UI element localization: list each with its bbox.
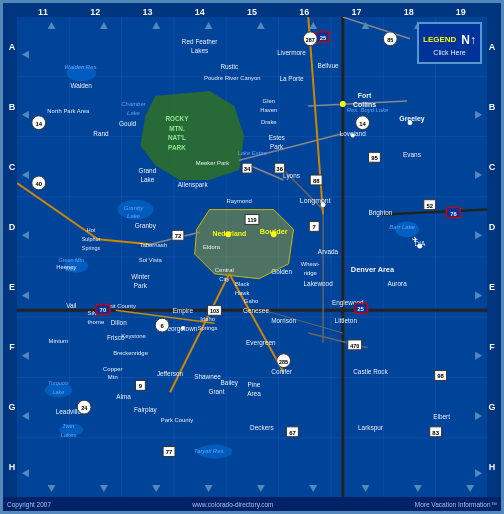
svg-text:Arvada: Arvada [318, 248, 339, 255]
svg-text:Deckers: Deckers [250, 424, 273, 431]
copyright-text: Copyright 2007 [7, 501, 51, 508]
svg-text:Grand: Grand [138, 167, 156, 174]
svg-text:Lakes: Lakes [191, 47, 208, 54]
website-text: www.colorado-directory.com [192, 501, 273, 508]
svg-text:83: 83 [432, 430, 439, 436]
svg-text:Park County: Park County [161, 417, 194, 423]
svg-text:Idaho: Idaho [200, 316, 215, 322]
svg-text:67: 67 [289, 430, 296, 436]
svg-text:Lake: Lake [127, 213, 141, 219]
svg-text:Raymond: Raymond [227, 198, 252, 204]
svg-text:36: 36 [276, 166, 283, 172]
svg-text:Springs: Springs [82, 245, 101, 251]
svg-point-211 [351, 134, 355, 138]
svg-text:Sulphur: Sulphur [82, 236, 101, 242]
svg-text:Mtn: Mtn [108, 374, 118, 380]
svg-text:Longmont: Longmont [300, 197, 331, 205]
svg-text:thorne: thorne [88, 319, 105, 325]
svg-text:Castle Rock: Castle Rock [353, 369, 388, 376]
svg-text:Morrison: Morrison [271, 317, 296, 324]
svg-text:Evergreen: Evergreen [246, 339, 276, 347]
svg-text:98: 98 [437, 373, 444, 379]
svg-text:Lakes: Lakes [60, 432, 76, 438]
legend-button[interactable]: LEGEND N↑ Click Here [417, 22, 482, 64]
svg-point-207 [271, 231, 277, 237]
svg-text:Breckenridge: Breckenridge [113, 350, 149, 356]
svg-text:Granby: Granby [135, 222, 157, 230]
svg-text:Elbert: Elbert [433, 413, 450, 420]
svg-text:Green Mtn: Green Mtn [58, 257, 84, 263]
svg-text:Golden: Golden [271, 268, 292, 275]
svg-text:Park: Park [270, 143, 284, 150]
svg-text:Vail: Vail [66, 302, 76, 309]
grid-col-11: 11 [33, 7, 53, 17]
svg-text:285: 285 [279, 359, 288, 365]
svg-text:Conifer: Conifer [271, 369, 293, 376]
svg-text:Evans: Evans [403, 151, 421, 158]
svg-text:119: 119 [247, 217, 256, 223]
svg-text:ridge: ridge [304, 270, 318, 276]
grid-col-18: 18 [399, 7, 419, 17]
svg-text:Alma: Alma [116, 393, 131, 400]
svg-text:Gaho: Gaho [244, 298, 259, 304]
svg-text:Heeney: Heeney [56, 264, 76, 270]
svg-text:Winter: Winter [131, 273, 150, 280]
svg-text:287: 287 [306, 37, 315, 43]
svg-text:Estes: Estes [269, 134, 285, 141]
grid-col-19: 19 [451, 7, 471, 17]
svg-text:Central: Central [215, 267, 234, 273]
svg-text:Grant: Grant [208, 388, 224, 395]
svg-text:14: 14 [359, 121, 366, 127]
svg-text:Larkspur: Larkspur [358, 424, 384, 432]
svg-text:Meeker Park: Meeker Park [196, 160, 230, 166]
svg-text:Tabernash: Tabernash [139, 242, 167, 248]
map-svg: ✈ Red Feather Lakes Livermore Rustic Pou… [17, 17, 487, 497]
svg-text:103: 103 [210, 308, 219, 314]
svg-text:25: 25 [357, 306, 364, 312]
svg-text:Rustic: Rustic [220, 63, 239, 70]
svg-text:Area: Area [247, 390, 261, 397]
svg-text:Lake: Lake [53, 389, 65, 395]
svg-text:Black: Black [235, 281, 249, 287]
svg-text:Littleton: Littleton [335, 317, 358, 324]
svg-text:Lake Estes: Lake Estes [237, 150, 266, 156]
svg-text:La Porte: La Porte [279, 75, 304, 82]
svg-text:Bellvue: Bellvue [318, 62, 339, 69]
svg-text:72: 72 [175, 233, 182, 239]
legend-title: LEGEND [423, 35, 456, 44]
grid-col-17: 17 [346, 7, 366, 17]
svg-text:24: 24 [81, 405, 87, 411]
svg-text:Chamber: Chamber [121, 101, 146, 107]
svg-text:470: 470 [350, 343, 359, 349]
svg-point-213 [417, 244, 422, 249]
svg-text:88: 88 [313, 178, 320, 184]
svg-text:Springs: Springs [198, 325, 218, 331]
more-info-text[interactable]: More Vacation Information™ [415, 501, 497, 508]
svg-text:70: 70 [100, 307, 107, 313]
svg-point-210 [408, 120, 413, 125]
svg-text:Minturn: Minturn [49, 338, 69, 344]
legend-click-text: Click Here [433, 49, 465, 56]
svg-text:Denver Area: Denver Area [351, 265, 395, 274]
svg-text:85: 85 [387, 37, 393, 43]
svg-text:40: 40 [35, 181, 42, 187]
svg-text:Drake: Drake [261, 119, 277, 125]
svg-text:34: 34 [244, 166, 251, 172]
svg-point-212 [181, 326, 185, 330]
grid-right: A B C D E F G H [485, 17, 499, 497]
svg-text:Twin: Twin [62, 423, 75, 429]
svg-text:Taryall Res.: Taryall Res. [194, 448, 225, 454]
svg-text:Barr Lake: Barr Lake [389, 224, 415, 230]
svg-text:ROCKY: ROCKY [165, 115, 189, 122]
svg-text:Brighton: Brighton [368, 209, 392, 217]
svg-point-209 [321, 202, 326, 207]
svg-point-208 [225, 231, 231, 237]
svg-text:25: 25 [320, 35, 327, 41]
grid-col-13: 13 [138, 7, 158, 17]
grid-col-12: 12 [85, 7, 105, 17]
map-container: 11 12 13 14 15 16 17 18 19 11 12 13 14 1… [0, 0, 504, 514]
svg-text:Lake: Lake [127, 110, 141, 116]
svg-text:Lake: Lake [140, 176, 154, 183]
svg-text:Glen: Glen [263, 98, 275, 104]
svg-text:Park: Park [134, 282, 148, 289]
